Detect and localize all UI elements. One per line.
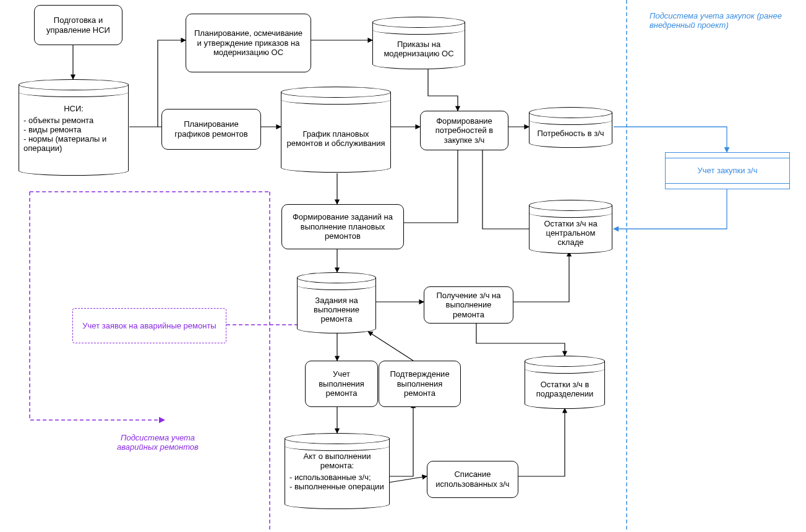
datastore-act-line1: - использованные з/ч; — [289, 473, 371, 482]
label: Формирование заданий на выполнение плано… — [287, 212, 398, 241]
label: Учет выполнения ремонта — [311, 369, 372, 398]
datastore-central-stock: Остатки з/ч на центральном складе — [529, 200, 612, 253]
process-confirm-execution: Подтверждение выполнения ремонта — [379, 361, 461, 407]
process-emergency-requests: Учет заявок на аварийные ремонты — [72, 308, 226, 343]
caption-procurement-subsystem: Подсистема учета закупок (ранее внедренн… — [650, 11, 792, 30]
datastore-nsi-line1: - объекты ремонта — [24, 116, 93, 125]
label: Остатки з/ч на центральном складе — [534, 219, 607, 247]
label: Задания на выполнение ремонта — [302, 296, 371, 324]
datastore-act-title: Акт о выполнении ремонта: — [289, 452, 385, 470]
label: Планирование графиков ремонтов — [167, 119, 255, 139]
label: Учет закупки з/ч — [698, 166, 758, 176]
label: Списание использованных з/ч — [432, 470, 513, 489]
label: Подтверждение выполнения ремонта — [384, 369, 455, 398]
process-writeoff-parts: Списание использованных з/ч — [427, 461, 518, 498]
label: Получение з/ч на выполнение ремонта — [429, 291, 508, 320]
process-plan-schedules: Планирование графиков ремонтов — [161, 109, 261, 150]
datastore-parts-demand: Потребность в з/ч — [529, 107, 612, 147]
datastore-department-stock: Остатки з/ч в подразделении — [525, 356, 605, 408]
label: Подготовка и управление НСИ — [40, 15, 117, 35]
datastore-repair-act: Акт о выполнении ремонта: - использованн… — [285, 433, 390, 508]
label: Потребность в з/ч — [537, 129, 604, 138]
datastore-nsi: НСИ: - объекты ремонта - виды ремонта - … — [19, 79, 129, 175]
subprocess-procurement-accounting: Учет закупки з/ч — [665, 152, 790, 189]
datastore-nsi-title: НСИ: — [24, 104, 124, 113]
datastore-maintenance-schedule: График плановых ремонтов и обслуживания — [281, 87, 391, 172]
label: Приказы на модернизацию ОС — [377, 40, 460, 58]
label: Планирование, осмечивание и утверждение … — [191, 28, 306, 58]
process-receive-parts: Получение з/ч на выполнение ремонта — [424, 286, 513, 324]
svg-line-13 — [388, 476, 427, 483]
caption-emergency-subsystem: Подсистема учета аварийных ремонтов — [102, 433, 213, 452]
process-form-demand: Формирование потребностей в закупке з/ч — [420, 111, 508, 150]
datastore-nsi-line2: - виды ремонта — [24, 125, 82, 134]
datastore-act-line2: - выполненные операции — [289, 482, 384, 491]
process-prepare-nsi: Подготовка и управление НСИ — [34, 5, 122, 45]
process-form-tasks: Формирование заданий на выполнение плано… — [281, 204, 404, 249]
label: Остатки з/ч в подразделении — [529, 380, 600, 398]
datastore-repair-tasks: Задания на выполнение ремонта — [297, 272, 376, 333]
label: Формирование потребностей в закупке з/ч — [426, 116, 503, 145]
datastore-nsi-line3: - нормы (материалы и операции) — [24, 134, 124, 153]
process-plan-modernization: Планирование, осмечивание и утверждение … — [186, 14, 311, 72]
process-account-execution: Учет выполнения ремонта — [305, 361, 378, 407]
datastore-modernization-orders: Приказы на модернизацию ОС — [372, 17, 465, 69]
label: График плановых ремонтов и обслуживания — [286, 129, 386, 148]
label: Учет заявок на аварийные ремонты — [82, 321, 216, 331]
diagram-canvas: Подготовка и управление НСИ Планирование… — [0, 0, 806, 532]
